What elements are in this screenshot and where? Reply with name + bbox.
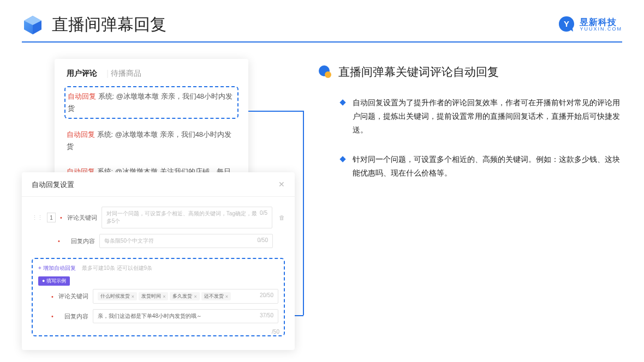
bullet-item: 自动回复设置为了提升作者的评论回复效率，作者可在开播前针对常见的评论用户问题，提… [341, 96, 622, 137]
tag-remove-icon[interactable]: × [132, 294, 134, 299]
keyword-counter: 0/5 [260, 210, 267, 225]
delete-icon[interactable]: 🗑 [279, 214, 285, 221]
tab-pending-products[interactable]: 待播商品 [111, 69, 141, 79]
message-row: 自动回复 系统: @冰墩墩本墩 亲亲，我们48小时内发货 [64, 125, 238, 156]
keyword-tag[interactable]: 多久发货× [170, 292, 199, 300]
auto-reply-settings-panel: 自动回复设置 ✕ ⋮⋮ 1 • 评论关键词 对同一个问题，可设置多个相近、高频的… [22, 172, 295, 350]
tag-remove-icon[interactable]: × [163, 294, 165, 299]
content-counter: 0/50 [258, 237, 268, 245]
settings-title: 自动回复设置 [32, 180, 74, 190]
example-section: + 增加自动回复 最多可建10条 还可以创建9条 ● 填写示例 • 评论关键词 … [32, 258, 285, 336]
example-badge: ● 填写示例 [38, 276, 70, 286]
keyword-input[interactable]: 对同一个问题，可设置多个相近、高频的关键词，Tag确定，最多5个 0/5 [102, 207, 272, 228]
rule-number: 1 [47, 213, 56, 222]
content-label: 回复内容 [64, 237, 95, 245]
bullet-text: 自动回复设置为了提升作者的评论回复效率，作者可在开播前针对常见的评论用户问题，提… [353, 96, 622, 137]
tab-user-comments[interactable]: 用户评论 [67, 69, 97, 79]
bullet-item: 针对同一个问题，可设置多个相近的、高频的关键词。例如：这款多少钱、这块能优惠吗、… [341, 153, 622, 180]
example-content-value: 亲，我们这边都是下单48小时内发货的哦～ [98, 312, 202, 320]
example-content-label: 回复内容 [58, 312, 88, 321]
content-input[interactable]: 每条限50个中文字符 0/50 [99, 234, 273, 248]
keyword-placeholder: 对同一个问题，可设置多个相近、高频的关键词，Tag确定，最多5个 [106, 210, 260, 225]
brand-url: YUUXIN.COM [580, 27, 622, 32]
add-auto-reply-link[interactable]: + 增加自动回复 [38, 265, 76, 271]
example-keyword-row: • 评论关键词 什么时候发货×发货时间×多久发货×还不发货× 20/50 [38, 289, 278, 304]
keyword-label: 评论关键词 [67, 214, 97, 222]
chat-bubble-icon [317, 64, 332, 80]
required-marker: • [51, 313, 53, 319]
example-keyword-input[interactable]: 什么时候发货×发货时间×多久发货×还不发货× 20/50 [93, 289, 278, 304]
example-content-row: • 回复内容 亲，我们这边都是下单48小时内发货的哦～ 37/50 [38, 309, 278, 323]
required-marker: • [58, 238, 60, 244]
close-icon[interactable]: ✕ [278, 180, 285, 190]
brand-icon: Y [557, 15, 576, 35]
keyword-tag[interactable]: 发货时间× [139, 292, 168, 300]
add-note: 最多可建10条 还可以创建9条 [82, 265, 152, 271]
example-keyword-counter: 20/50 [260, 292, 273, 300]
panel-tabs: 用户评论 | 待播商品 [55, 69, 248, 86]
example-keyword-label: 评论关键词 [58, 292, 88, 300]
description-column: 直播间弹幕关键词评论自动回复 自动回复设置为了提升作者的评论回复效率，作者可在开… [317, 59, 622, 222]
brand-logo: Y 昱新科技 YUUXIN.COM [557, 15, 622, 35]
form-row-keyword: ⋮⋮ 1 • 评论关键词 对同一个问题，可设置多个相近、高频的关键词，Tag确定… [32, 207, 285, 228]
connector-line [248, 111, 303, 112]
svg-point-2 [325, 71, 331, 78]
diamond-icon [339, 99, 345, 105]
message-row-highlighted: 自动回复 系统: @冰墩墩本墩 亲亲，我们48小时内发货 [64, 86, 238, 119]
screenshot-column: 用户评论 | 待播商品 自动回复 系统: @冰墩墩本墩 亲亲，我们48小时内发货… [22, 59, 295, 222]
required-marker: • [51, 293, 53, 300]
keyword-tag[interactable]: 还不发货× [201, 292, 231, 300]
tab-divider: | [106, 69, 109, 79]
svg-text:Y: Y [564, 19, 569, 28]
auto-reply-tag: 自动回复 [67, 130, 95, 138]
diamond-icon [339, 156, 345, 162]
auto-reply-tag: 自动回复 [68, 92, 96, 100]
tag-list: 什么时候发货×发货时间×多久发货×还不发货× [98, 292, 232, 300]
section-title: 直播间弹幕关键词评论自动回复 [338, 64, 499, 80]
required-marker: • [60, 214, 62, 221]
bullet-text: 针对同一个问题，可设置多个相近的、高频的关键词。例如：这款多少钱、这块能优惠吗、… [353, 153, 622, 180]
page-title: 直播间弹幕回复 [52, 14, 557, 36]
example-content-input[interactable]: 亲，我们这边都是下单48小时内发货的哦～ 37/50 [93, 309, 278, 323]
brand-name: 昱新科技 [580, 17, 622, 27]
section-heading: 直播间弹幕关键词评论自动回复 [317, 64, 622, 80]
connector-line [303, 111, 304, 315]
stray-counter: /50 [272, 329, 279, 335]
bullet-list: 自动回复设置为了提升作者的评论回复效率，作者可在开播前针对常见的评论用户问题，提… [317, 96, 622, 180]
form-row-content: • 回复内容 每条限50个中文字符 0/50 [32, 234, 285, 248]
page-header: 直播间弹幕回复 Y 昱新科技 YUUXIN.COM [0, 0, 644, 41]
content-placeholder: 每条限50个中文字符 [104, 237, 154, 245]
keyword-tag[interactable]: 什么时候发货× [98, 292, 137, 300]
tag-remove-icon[interactable]: × [194, 294, 196, 299]
example-content-counter: 37/50 [260, 312, 273, 320]
tag-remove-icon[interactable]: × [225, 294, 228, 299]
drag-handle-icon[interactable]: ⋮⋮ [32, 214, 43, 221]
cube-icon [22, 14, 44, 36]
